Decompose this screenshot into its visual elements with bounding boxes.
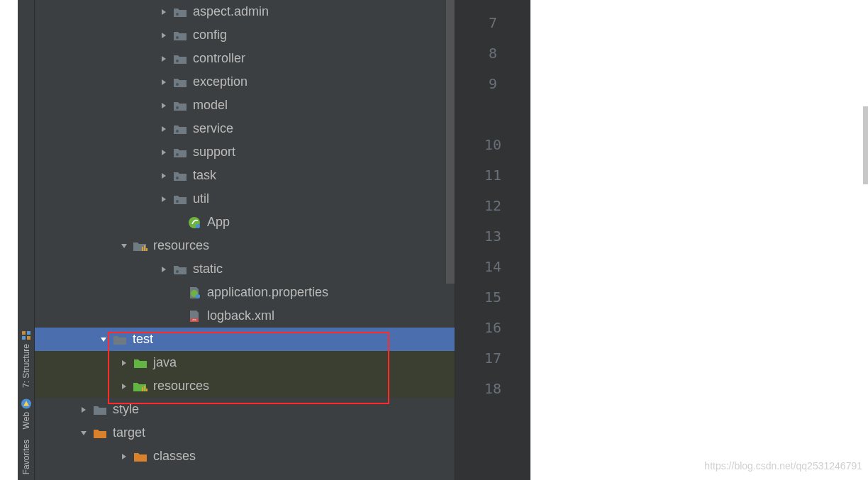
svg-rect-17	[144, 245, 145, 251]
chevron-right-icon[interactable]	[159, 30, 169, 40]
svg-point-7	[176, 60, 179, 62]
tree-item[interactable]: resources	[35, 234, 455, 257]
chevron-right-icon[interactable]	[159, 171, 169, 181]
tree-item-label: logback.xml	[207, 308, 274, 323]
chevron-right-icon[interactable]	[159, 124, 169, 134]
svg-rect-25	[144, 386, 145, 391]
tree-item[interactable]: task	[35, 164, 455, 187]
svg-rect-18	[146, 248, 148, 251]
package-icon	[173, 122, 187, 136]
tree-item[interactable]: aspect.admin	[35, 0, 455, 23]
green-folder-icon	[133, 356, 148, 370]
tool-window-strip: 7: Structure Web Favorites	[18, 0, 35, 480]
ide-area: 7: Structure Web Favorites aspect.adminc…	[18, 0, 530, 480]
chevron-right-icon[interactable]	[159, 147, 169, 157]
chevron-right-icon[interactable]	[159, 7, 169, 17]
chevron-right-icon[interactable]	[159, 194, 169, 204]
package-icon	[173, 75, 187, 89]
tree-item-label: resources	[153, 379, 209, 394]
svg-rect-2	[27, 331, 30, 335]
sidebar-tab-label: Favorites	[21, 440, 31, 474]
tree-item-label: App	[207, 215, 230, 230]
svg-text:<>: <>	[192, 318, 196, 322]
svg-point-19	[176, 270, 179, 273]
sidebar-tab-web[interactable]: Web	[21, 398, 32, 429]
chevron-down-icon[interactable]	[99, 335, 108, 345]
gutter-line-number: 11	[455, 160, 530, 190]
sidebar-tab-label: 7: Structure	[21, 344, 31, 388]
package-icon	[173, 28, 187, 43]
resources-icon	[133, 239, 148, 253]
tree-item-label: model	[193, 98, 228, 113]
tree-item[interactable]: target	[35, 421, 455, 445]
chevron-right-icon[interactable]	[159, 54, 169, 64]
svg-point-13	[176, 200, 179, 203]
package-icon	[173, 262, 187, 277]
spring-file-icon	[187, 286, 201, 300]
svg-point-21	[196, 294, 200, 298]
tree-item-label: config	[193, 28, 227, 43]
gutter-line-number: 13	[455, 221, 530, 251]
chevron-right-icon[interactable]	[79, 405, 89, 415]
test-resources-icon	[133, 379, 148, 394]
gutter-line-number: 15	[455, 281, 530, 312]
svg-rect-24	[142, 387, 143, 391]
package-icon	[173, 99, 187, 113]
folder-icon	[113, 333, 127, 347]
tree-item[interactable]: resources	[35, 374, 455, 398]
chevron-right-icon[interactable]	[119, 452, 129, 462]
chevron-right-icon[interactable]	[159, 101, 169, 111]
page-scrollbar[interactable]	[863, 106, 868, 184]
package-icon	[173, 52, 187, 66]
no-arrow	[173, 288, 183, 298]
spring-icon	[187, 216, 201, 230]
svg-rect-1	[22, 336, 26, 340]
sidebar-tab-label: Web	[21, 412, 31, 429]
tree-item[interactable]: java	[35, 351, 455, 374]
project-tree-panel: aspect.adminconfigcontrollerexceptionmod…	[35, 0, 455, 480]
tree-item[interactable]: util	[35, 187, 455, 211]
structure-icon	[21, 330, 32, 341]
chevron-right-icon[interactable]	[119, 358, 129, 368]
tree-item[interactable]: static	[35, 257, 455, 281]
tree-item-label: test	[133, 332, 153, 347]
tree-item[interactable]: exception	[35, 70, 455, 94]
chevron-right-icon[interactable]	[159, 77, 169, 87]
package-icon	[173, 145, 187, 160]
xml-icon: <>	[187, 309, 201, 323]
sidebar-tab-structure[interactable]: 7: Structure	[21, 330, 32, 388]
gutter-line-number: 10	[455, 129, 530, 160]
svg-point-11	[176, 153, 179, 156]
chevron-down-icon[interactable]	[119, 241, 129, 251]
gutter-line-number: 8	[455, 38, 530, 68]
tree-item[interactable]: test	[35, 328, 455, 351]
chevron-right-icon[interactable]	[159, 264, 169, 274]
svg-point-10	[176, 130, 179, 133]
svg-rect-16	[142, 247, 143, 251]
tree-item-label: classes	[153, 449, 196, 464]
package-icon	[173, 5, 187, 19]
tree-item[interactable]: application.properties	[35, 281, 455, 304]
tree-item-label: support	[193, 145, 235, 160]
tree-item-label: target	[113, 425, 145, 440]
tree-item[interactable]: config	[35, 23, 455, 47]
chevron-down-icon[interactable]	[79, 428, 89, 438]
tree-item-label: style	[113, 402, 139, 417]
tree-item[interactable]: classes	[35, 445, 455, 468]
tree-item[interactable]: style	[35, 398, 455, 421]
tree-item[interactable]: App	[35, 211, 455, 234]
svg-point-6	[176, 36, 179, 39]
tree-item[interactable]: <>logback.xml	[35, 304, 455, 328]
gutter-line-number: 12	[455, 190, 530, 221]
tree-item[interactable]: model	[35, 94, 455, 117]
gutter-line-number: 18	[455, 373, 530, 403]
tree-item[interactable]: service	[35, 117, 455, 140]
orange-folder-icon	[133, 450, 148, 464]
tree-item[interactable]: controller	[35, 47, 455, 70]
sidebar-tab-favorites[interactable]: Favorites	[21, 440, 31, 474]
tree-scrollbar[interactable]	[446, 0, 455, 284]
svg-point-15	[196, 224, 200, 228]
svg-point-9	[176, 106, 179, 109]
tree-item[interactable]: support	[35, 140, 455, 164]
chevron-right-icon[interactable]	[119, 381, 129, 391]
